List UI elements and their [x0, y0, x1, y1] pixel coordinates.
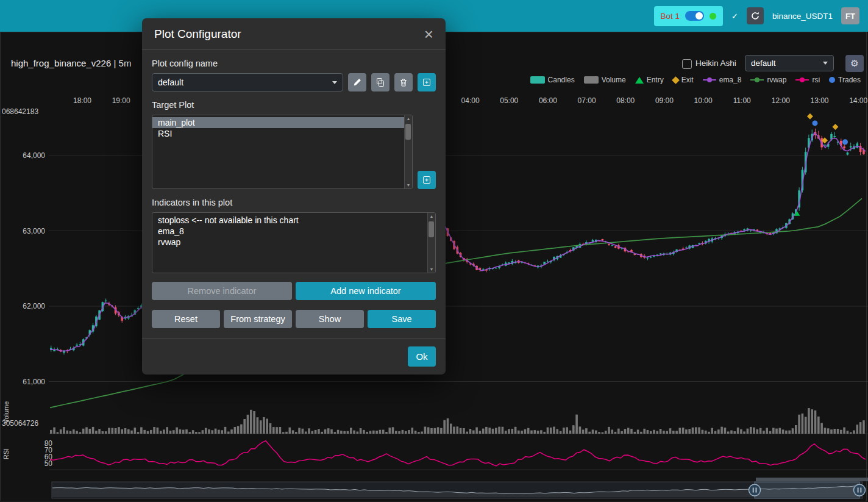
- exit-legend-marker-icon: [672, 76, 680, 84]
- indicators-list[interactable]: stoploss <-- not available in this chart…: [152, 212, 436, 273]
- remove-indicator-button[interactable]: Remove indicator: [152, 282, 292, 300]
- refresh-icon: [750, 11, 760, 21]
- gear-icon: ⚙: [850, 58, 858, 69]
- svg-text:Volume: Volume: [2, 401, 10, 424]
- legend-label: Trades: [838, 76, 861, 84]
- datazoom-slider[interactable]: [52, 478, 868, 498]
- refresh-button[interactable]: [747, 7, 764, 24]
- add-target-plot-button[interactable]: [418, 171, 436, 189]
- modal-footer: Ok: [142, 338, 446, 375]
- chart-legend: CandlesVolumeEntryExitema_8rvwaprsiTrade…: [530, 76, 861, 84]
- svg-text:08:00: 08:00: [616, 96, 635, 105]
- legend-label: Volume: [602, 76, 626, 84]
- datazoom-handle-left[interactable]: [749, 484, 761, 496]
- freqtrade-logo-button[interactable]: FT: [841, 7, 859, 24]
- plot-config-name-value: default: [158, 77, 183, 87]
- scroll-down-icon[interactable]: ▼: [430, 267, 434, 271]
- rvwap-legend-marker-icon: [750, 79, 764, 81]
- legend-item-rsi[interactable]: rsi: [795, 76, 820, 84]
- ok-button[interactable]: Ok: [408, 346, 436, 367]
- scrollbar-thumb[interactable]: [429, 221, 434, 237]
- candles-legend-marker-icon: [530, 76, 545, 84]
- modal-title: Plot Configurator: [154, 27, 241, 41]
- legend-item-candles[interactable]: Candles: [530, 76, 575, 84]
- svg-text:63,000: 63,000: [23, 227, 45, 235]
- rsi-line: [50, 441, 866, 466]
- legend-label: rsi: [812, 76, 820, 84]
- bot-online-dot: [710, 13, 716, 20]
- plus-square-icon: [422, 175, 432, 185]
- plot-config-name-label: Plot config name: [152, 59, 436, 68]
- svg-text:RSI: RSI: [2, 448, 10, 459]
- plot-configurator-modal: Plot Configurator × Plot config name def…: [142, 18, 446, 375]
- bot-selector[interactable]: Bot 1: [654, 6, 724, 26]
- svg-text:10:00: 10:00: [694, 96, 713, 105]
- rename-config-button[interactable]: [348, 73, 366, 91]
- target-plot-option[interactable]: main_plot: [152, 117, 404, 128]
- chevron-down-icon: [823, 62, 828, 65]
- show-button[interactable]: Show: [296, 310, 364, 328]
- svg-text:18:00: 18:00: [73, 96, 91, 105]
- datazoom-handle-right[interactable]: [854, 484, 866, 496]
- target-plot-scrollbar[interactable]: ▲▼: [404, 115, 412, 188]
- heikin-ashi-label: Heikin Ashi: [695, 59, 736, 68]
- svg-text:04:00: 04:00: [461, 96, 480, 105]
- svg-text:13:00: 13:00: [811, 96, 829, 105]
- indicators-label: Indicators in this plot: [152, 198, 436, 207]
- modal-header: Plot Configurator ×: [142, 18, 446, 50]
- add-config-button[interactable]: [418, 73, 436, 91]
- target-plot-list[interactable]: main_plotRSI ▲▼: [152, 115, 413, 189]
- toggle-knob: [695, 12, 703, 20]
- modal-body: Plot config name default Target Plot mai…: [142, 50, 446, 338]
- legend-item-ema_8[interactable]: ema_8: [703, 76, 742, 84]
- scroll-up-icon[interactable]: ▲: [407, 117, 411, 121]
- legend-label: rvwap: [767, 76, 786, 84]
- plot-settings-button[interactable]: ⚙: [845, 55, 864, 72]
- svg-text:14:00: 14:00: [849, 96, 867, 105]
- svg-text:11:00: 11:00: [733, 96, 751, 105]
- from-strategy-button[interactable]: From strategy: [224, 310, 292, 328]
- legend-item-entry[interactable]: Entry: [635, 76, 664, 84]
- svg-text:12:00: 12:00: [772, 96, 790, 105]
- svg-text:19:00: 19:00: [112, 96, 130, 105]
- svg-text:09:00: 09:00: [655, 96, 674, 105]
- plus-square-icon: [422, 77, 432, 87]
- indicators-scrollbar[interactable]: ▲▼: [427, 213, 435, 273]
- check-icon: ✓: [731, 12, 738, 21]
- reset-button[interactable]: Reset: [152, 310, 220, 328]
- indicator-option[interactable]: rvwap: [152, 237, 427, 248]
- svg-text:50: 50: [44, 459, 53, 468]
- plot-config-name-select[interactable]: default: [152, 73, 343, 91]
- target-plot-label: Target Plot: [152, 100, 436, 110]
- legend-item-volume[interactable]: Volume: [584, 76, 626, 84]
- ema_8-legend-marker-icon: [703, 79, 716, 81]
- scroll-down-icon[interactable]: ▼: [407, 183, 411, 187]
- bot-toggle[interactable]: [685, 11, 704, 21]
- scroll-up-icon[interactable]: ▲: [430, 214, 434, 218]
- target-plot-option[interactable]: RSI: [152, 128, 404, 139]
- volume-legend-marker-icon: [584, 76, 599, 84]
- heikin-ashi-checkbox[interactable]: [682, 59, 692, 69]
- duplicate-config-button[interactable]: [371, 73, 390, 91]
- trash-icon: [399, 77, 408, 87]
- legend-label: Candles: [548, 76, 575, 84]
- scrollbar-thumb[interactable]: [405, 124, 411, 140]
- add-new-indicator-button[interactable]: Add new indicator: [296, 282, 436, 300]
- legend-label: ema_8: [719, 76, 742, 84]
- indicator-option[interactable]: ema_8: [152, 226, 427, 237]
- plot-config-select[interactable]: default: [745, 55, 834, 71]
- legend-item-trades[interactable]: Trades: [829, 76, 861, 84]
- close-icon[interactable]: ×: [424, 29, 433, 40]
- delete-config-button[interactable]: [394, 73, 413, 91]
- legend-label: Entry: [647, 76, 664, 84]
- indicator-option[interactable]: stoploss <-- not available in this chart: [152, 215, 427, 226]
- legend-item-exit[interactable]: Exit: [673, 76, 694, 84]
- svg-text:06:00: 06:00: [539, 96, 557, 105]
- legend-label: Exit: [681, 76, 694, 84]
- trade-markers: [794, 113, 848, 216]
- plot-config-select-value: default: [751, 59, 776, 68]
- save-button[interactable]: Save: [368, 310, 436, 328]
- legend-item-rvwap[interactable]: rvwap: [750, 76, 786, 84]
- trades-legend-marker-icon: [829, 77, 835, 83]
- strategy-title: high_frog_binance_v226 | 5m: [11, 58, 131, 68]
